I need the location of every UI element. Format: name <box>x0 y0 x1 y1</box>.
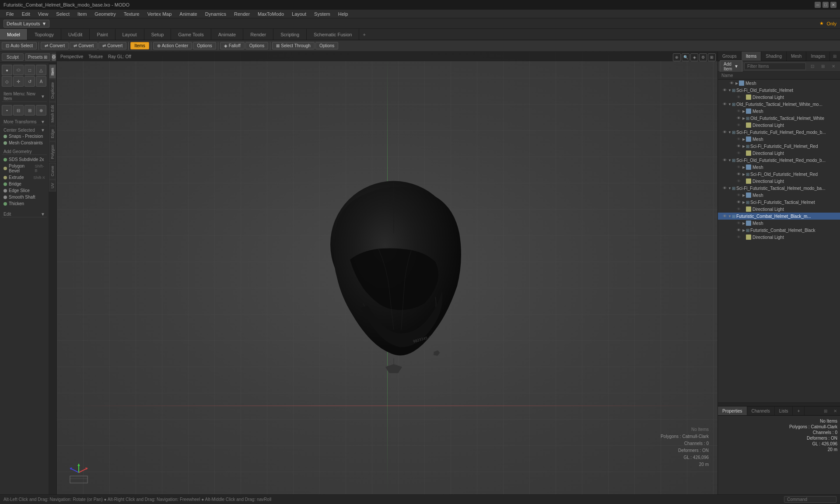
menu-system[interactable]: System <box>311 10 334 18</box>
tree-eye-icon[interactable]: 👁 <box>735 172 742 176</box>
right-bottom-tab-properties[interactable]: Properties <box>718 406 747 415</box>
tree-expand-icon[interactable]: ▶ <box>742 143 746 149</box>
items-button[interactable]: Items <box>130 42 149 49</box>
tree-eye-icon[interactable]: 👁 <box>735 235 742 239</box>
tree-row-dir-light-6[interactable]: 👁 Directional Light <box>718 234 840 241</box>
tree-row-full-red[interactable]: 👁 ▶ ⊞ Sci-Fi_Futuristic_Full_Helmet_Red <box>718 143 840 150</box>
tree-row-mesh-3[interactable]: 👁 ▶ Mesh <box>718 164 840 171</box>
tree-eye-icon[interactable]: 👁 <box>735 200 742 204</box>
tab-setup[interactable]: Setup <box>144 29 172 40</box>
convert-button-3[interactable]: ⇌ Convert <box>98 42 126 49</box>
tree-row-mesh-0[interactable]: 👁 ▶ Mesh <box>718 80 840 87</box>
tree-eye-icon[interactable]: 👁 <box>735 151 742 155</box>
side-tab-uv[interactable]: UV <box>49 180 56 192</box>
add-tab-button[interactable]: + <box>359 29 369 40</box>
tab-paint[interactable]: Paint <box>90 29 115 40</box>
tree-expand-icon[interactable] <box>742 122 746 128</box>
tree-row-dir-light-3[interactable]: 👁 Directional Light <box>718 150 840 157</box>
tree-expand-icon[interactable]: ▶ <box>742 220 746 226</box>
tree-expand-icon[interactable]: ▼ <box>728 157 732 163</box>
tree-expand-icon[interactable]: ▶ <box>742 164 746 170</box>
side-tab-duplicate[interactable]: Duplicate <box>49 79 56 102</box>
tree-row-old-white[interactable]: 👁 ▶ ⊞ Old_Futuristic_Tactical_Helmet_Whi… <box>718 115 840 122</box>
right-tab-mesh[interactable]: Mesh <box>787 52 806 61</box>
text-tool[interactable]: A <box>36 76 46 87</box>
menu-render[interactable]: Render <box>231 10 253 18</box>
poly-tool[interactable]: ⊞ <box>24 105 35 116</box>
menu-file[interactable]: File <box>3 10 18 18</box>
tree-expand-icon[interactable]: ▼ <box>728 129 732 135</box>
select-tool[interactable]: ◇ <box>2 76 12 87</box>
tree-row-sci-fi-old-red[interactable]: 👁 ▼ ⊞ Sci-Fi_Old_Futuristic_Helmet_Red_m… <box>718 157 840 164</box>
options-button-2[interactable]: Options <box>245 42 268 49</box>
right-bottom-expand-icon[interactable]: ⊞ <box>821 406 830 415</box>
menu-view[interactable]: View <box>35 10 52 18</box>
tree-eye-icon[interactable]: 👁 <box>735 193 742 197</box>
side-tab-curve[interactable]: Curve <box>49 163 56 179</box>
vp-shade-button[interactable]: ◈ <box>690 53 698 61</box>
menu-geometry[interactable]: Geometry <box>91 10 119 18</box>
right-panel-expand-icon[interactable]: ⊞ <box>830 52 840 61</box>
viewport[interactable]: Perspective Texture Ray GL: Off ⊕ 🔍 ◈ ⚙ … <box>57 52 718 494</box>
right-tab-images[interactable]: Images <box>806 52 830 61</box>
menu-animate[interactable]: Animate <box>176 10 200 18</box>
presets-button[interactable]: Presets ⊞ <box>25 53 50 61</box>
options-button-1[interactable]: Options <box>193 42 216 49</box>
tree-eye-icon[interactable]: 👁 <box>735 137 742 141</box>
tree-row-old-tactical[interactable]: 👁 ▼ ⊞ Old_Futuristic_Tactical_Helmet_Whi… <box>718 101 840 108</box>
sculpt-button[interactable]: Sculpt <box>2 53 24 61</box>
tab-schematic-fusion[interactable]: Schematic Fusion <box>307 29 359 40</box>
minimize-button[interactable]: ─ <box>815 2 821 8</box>
add-geometry-label[interactable]: Add Geometry <box>2 148 47 155</box>
right-tab-shading[interactable]: Shading <box>761 52 787 61</box>
tree-scrollbar[interactable] <box>718 402 840 406</box>
tree-eye-icon[interactable]: 👁 <box>735 179 742 183</box>
move-tool[interactable]: ✛ <box>13 76 24 87</box>
tree-expand-icon[interactable]: ▼ <box>728 185 732 191</box>
edge-tool[interactable]: ⊟ <box>13 105 24 116</box>
tree-eye-icon[interactable]: 👁 <box>735 228 742 232</box>
item-menu-label[interactable]: Item Menu: New Item ▼ <box>2 90 47 102</box>
tab-model[interactable]: Model <box>0 29 28 40</box>
tree-row-tactical[interactable]: 👁 ▶ ⊞ Sci-Fi_Futuristic_Tactical_Helmet <box>718 199 840 206</box>
tree-expand-icon[interactable]: ▶ <box>742 136 746 142</box>
command-input[interactable] <box>784 496 836 503</box>
right-bottom-tab-channels[interactable]: Channels <box>747 406 775 415</box>
maximize-button[interactable]: □ <box>822 2 829 8</box>
tab-topology[interactable]: Topology <box>28 29 61 40</box>
tree-row-dir-light-2[interactable]: 👁 Directional Light <box>718 122 840 129</box>
tree-expand-icon[interactable]: ▶ <box>742 199 746 205</box>
edit-label[interactable]: Edit ▼ <box>2 210 47 217</box>
action-center-button[interactable]: ⊕ Action Center <box>153 42 192 49</box>
tree-expand-icon[interactable] <box>742 94 746 100</box>
tree-eye-icon[interactable]: 👁 <box>735 207 742 211</box>
tree-row-sci-fi-old[interactable]: 👁 ▼ ⊞ Sci-Fi_Old_Futuristic_Helmet <box>718 87 840 94</box>
tree-expand-icon[interactable]: ▼ <box>728 87 732 93</box>
polygon-bevel-item[interactable]: Polygon Bevel Shift-B <box>2 163 47 174</box>
filter-icon[interactable]: ⊡ <box>808 64 817 69</box>
tree-eye-icon[interactable]: 👁 <box>721 88 728 92</box>
right-tab-groups[interactable]: Groups <box>718 52 742 61</box>
tree-expand-icon[interactable]: ▶ <box>742 115 746 121</box>
extrude-item[interactable]: Extrude Shift-X <box>2 174 47 181</box>
tree-row-mesh-5[interactable]: 👁 ▶ Mesh <box>718 220 840 227</box>
cylinder-tool[interactable]: ⬭ <box>13 65 24 75</box>
tree-row-mesh-4[interactable]: 👁 ▶ Mesh <box>718 192 840 199</box>
tree-expand-icon[interactable] <box>742 178 746 184</box>
tree-eye-icon[interactable]: 👁 <box>721 214 728 218</box>
menu-vertex-map[interactable]: Vertex Map <box>144 10 175 18</box>
select-through-button[interactable]: ⊠ Select Through <box>272 42 315 49</box>
tree-row-dir-light-5[interactable]: 👁 Directional Light <box>718 206 840 213</box>
options-button-3[interactable]: Options <box>315 42 338 49</box>
right-bottom-tab-add[interactable]: + <box>793 406 805 415</box>
tree-eye-icon[interactable]: 👁 <box>735 144 742 148</box>
tree-expand-icon[interactable]: ▶ <box>742 171 746 177</box>
sds-subdivide-item[interactable]: SDS Subdivide 2x <box>2 156 47 163</box>
tree-expand-icon[interactable] <box>742 234 746 240</box>
smooth-shaft-item[interactable]: Smooth Shaft <box>2 194 47 200</box>
tab-uvedit[interactable]: UvEdit <box>61 29 90 40</box>
right-bottom-tab-lists[interactable]: Lists <box>775 406 793 415</box>
close-button[interactable]: ✕ <box>830 2 836 8</box>
tree-row-sci-fi-tactical[interactable]: 👁 ▼ ⊞ Sci-Fi_Futuristic_Tactical_Helmet_… <box>718 185 840 192</box>
menu-maxtomodo[interactable]: MaxToModo <box>254 10 287 18</box>
